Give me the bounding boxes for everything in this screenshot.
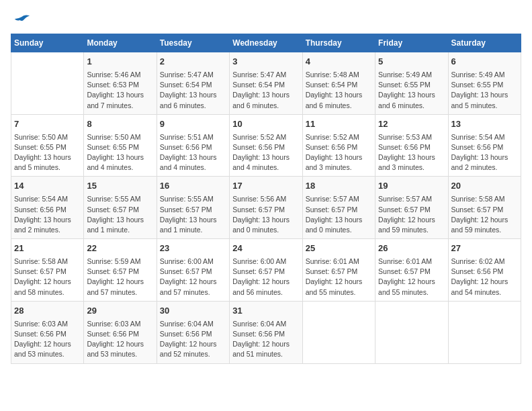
- day-number: 29: [87, 305, 153, 318]
- day-number: 17: [232, 180, 299, 193]
- calendar-cell: 12Sunrise: 5:53 AMSunset: 6:56 PMDayligh…: [375, 114, 448, 177]
- day-info: Sunrise: 5:52 AMSunset: 6:56 PMDaylight:…: [232, 132, 299, 173]
- day-info: Sunrise: 5:57 AMSunset: 6:57 PMDaylight:…: [378, 194, 445, 235]
- day-info: Sunrise: 5:54 AMSunset: 6:56 PMDaylight:…: [451, 132, 518, 173]
- weekday-header-sunday: Sunday: [11, 34, 84, 52]
- day-info: Sunrise: 6:03 AMSunset: 6:56 PMDaylight:…: [87, 319, 153, 360]
- day-number: 11: [306, 118, 372, 131]
- day-number: 1: [87, 56, 153, 68]
- day-info: Sunrise: 5:46 AMSunset: 6:53 PMDaylight:…: [87, 70, 153, 111]
- weekday-header-monday: Monday: [84, 34, 157, 52]
- day-info: Sunrise: 5:55 AMSunset: 6:57 PMDaylight:…: [160, 194, 226, 235]
- day-number: 14: [14, 180, 81, 193]
- calendar-cell: [375, 301, 448, 363]
- day-info: Sunrise: 6:02 AMSunset: 6:56 PMDaylight:…: [451, 257, 518, 298]
- day-info: Sunrise: 6:03 AMSunset: 6:56 PMDaylight:…: [14, 319, 81, 360]
- calendar-cell: 7Sunrise: 5:50 AMSunset: 6:55 PMDaylight…: [11, 114, 84, 177]
- day-number: 9: [160, 118, 226, 131]
- calendar-cell: 15Sunrise: 5:55 AMSunset: 6:57 PMDayligh…: [84, 177, 157, 239]
- day-info: Sunrise: 5:50 AMSunset: 6:55 PMDaylight:…: [87, 132, 153, 173]
- day-number: 19: [378, 180, 445, 193]
- day-number: 5: [378, 56, 445, 68]
- day-info: Sunrise: 6:04 AMSunset: 6:56 PMDaylight:…: [160, 319, 226, 360]
- calendar-cell: 13Sunrise: 5:54 AMSunset: 6:56 PMDayligh…: [448, 114, 521, 177]
- day-info: Sunrise: 5:55 AMSunset: 6:57 PMDaylight:…: [87, 194, 153, 235]
- calendar-cell: 8Sunrise: 5:50 AMSunset: 6:55 PMDaylight…: [84, 114, 157, 177]
- week-row-1: 1Sunrise: 5:46 AMSunset: 6:53 PMDaylight…: [11, 52, 521, 115]
- calendar-cell: 28Sunrise: 6:03 AMSunset: 6:56 PMDayligh…: [11, 301, 84, 363]
- day-info: Sunrise: 6:00 AMSunset: 6:57 PMDaylight:…: [160, 257, 226, 298]
- day-number: 7: [14, 118, 81, 131]
- calendar-cell: 30Sunrise: 6:04 AMSunset: 6:56 PMDayligh…: [157, 301, 229, 363]
- calendar-cell: 21Sunrise: 5:58 AMSunset: 6:57 PMDayligh…: [11, 239, 84, 302]
- day-info: Sunrise: 5:53 AMSunset: 6:56 PMDaylight:…: [378, 132, 445, 173]
- logo: [11, 11, 31, 27]
- calendar-cell: 23Sunrise: 6:00 AMSunset: 6:57 PMDayligh…: [157, 239, 229, 302]
- day-info: Sunrise: 5:49 AMSunset: 6:55 PMDaylight:…: [451, 70, 518, 111]
- weekday-header-wednesday: Wednesday: [230, 34, 302, 52]
- day-number: 25: [306, 242, 372, 255]
- calendar-cell: 31Sunrise: 6:04 AMSunset: 6:56 PMDayligh…: [230, 301, 302, 363]
- logo-bird-icon: [12, 11, 31, 30]
- day-number: 20: [451, 180, 518, 193]
- day-number: 28: [14, 305, 81, 318]
- day-number: 22: [87, 242, 153, 255]
- calendar-cell: [302, 301, 375, 363]
- day-info: Sunrise: 5:54 AMSunset: 6:56 PMDaylight:…: [14, 194, 81, 235]
- week-row-3: 14Sunrise: 5:54 AMSunset: 6:56 PMDayligh…: [11, 177, 521, 239]
- calendar-cell: 16Sunrise: 5:55 AMSunset: 6:57 PMDayligh…: [157, 177, 229, 239]
- day-info: Sunrise: 5:47 AMSunset: 6:54 PMDaylight:…: [232, 70, 299, 111]
- week-row-5: 28Sunrise: 6:03 AMSunset: 6:56 PMDayligh…: [11, 301, 521, 363]
- day-number: 24: [232, 242, 299, 255]
- day-info: Sunrise: 5:51 AMSunset: 6:56 PMDaylight:…: [160, 132, 226, 173]
- day-info: Sunrise: 6:04 AMSunset: 6:56 PMDaylight:…: [232, 319, 299, 360]
- calendar-cell: 5Sunrise: 5:49 AMSunset: 6:55 PMDaylight…: [375, 52, 448, 115]
- day-info: Sunrise: 5:47 AMSunset: 6:54 PMDaylight:…: [160, 70, 226, 111]
- day-number: 2: [160, 56, 226, 68]
- day-number: 30: [160, 305, 226, 318]
- weekday-header-row: SundayMondayTuesdayWednesdayThursdayFrid…: [11, 34, 521, 52]
- week-row-2: 7Sunrise: 5:50 AMSunset: 6:55 PMDaylight…: [11, 114, 521, 177]
- calendar-cell: 18Sunrise: 5:57 AMSunset: 6:57 PMDayligh…: [302, 177, 375, 239]
- day-info: Sunrise: 5:48 AMSunset: 6:54 PMDaylight:…: [306, 70, 372, 111]
- week-row-4: 21Sunrise: 5:58 AMSunset: 6:57 PMDayligh…: [11, 239, 521, 302]
- calendar-cell: 22Sunrise: 5:59 AMSunset: 6:57 PMDayligh…: [84, 239, 157, 302]
- day-number: 18: [306, 180, 372, 193]
- calendar-cell: 2Sunrise: 5:47 AMSunset: 6:54 PMDaylight…: [157, 52, 229, 115]
- day-info: Sunrise: 5:52 AMSunset: 6:56 PMDaylight:…: [306, 132, 372, 173]
- day-number: 31: [232, 305, 299, 318]
- day-info: Sunrise: 6:01 AMSunset: 6:57 PMDaylight:…: [378, 257, 445, 298]
- day-info: Sunrise: 6:01 AMSunset: 6:57 PMDaylight:…: [306, 257, 372, 298]
- day-info: Sunrise: 5:56 AMSunset: 6:57 PMDaylight:…: [232, 194, 299, 235]
- calendar-table: SundayMondayTuesdayWednesdayThursdayFrid…: [11, 34, 521, 364]
- calendar-cell: 4Sunrise: 5:48 AMSunset: 6:54 PMDaylight…: [302, 52, 375, 115]
- weekday-header-saturday: Saturday: [448, 34, 521, 52]
- day-info: Sunrise: 6:00 AMSunset: 6:57 PMDaylight:…: [232, 257, 299, 298]
- calendar-cell: 25Sunrise: 6:01 AMSunset: 6:57 PMDayligh…: [302, 239, 375, 302]
- day-number: 6: [451, 56, 518, 68]
- day-info: Sunrise: 5:58 AMSunset: 6:57 PMDaylight:…: [451, 194, 518, 235]
- day-number: 27: [451, 242, 518, 255]
- day-info: Sunrise: 5:50 AMSunset: 6:55 PMDaylight:…: [14, 132, 81, 173]
- weekday-header-friday: Friday: [375, 34, 448, 52]
- calendar-cell: 3Sunrise: 5:47 AMSunset: 6:54 PMDaylight…: [230, 52, 302, 115]
- calendar-cell: 20Sunrise: 5:58 AMSunset: 6:57 PMDayligh…: [448, 177, 521, 239]
- weekday-header-thursday: Thursday: [302, 34, 375, 52]
- calendar-cell: 14Sunrise: 5:54 AMSunset: 6:56 PMDayligh…: [11, 177, 84, 239]
- day-number: 26: [378, 242, 445, 255]
- calendar-cell: 19Sunrise: 5:57 AMSunset: 6:57 PMDayligh…: [375, 177, 448, 239]
- day-number: 21: [14, 242, 81, 255]
- calendar-cell: 9Sunrise: 5:51 AMSunset: 6:56 PMDaylight…: [157, 114, 229, 177]
- day-number: 4: [306, 56, 372, 68]
- day-number: 8: [87, 118, 153, 131]
- calendar-cell: 17Sunrise: 5:56 AMSunset: 6:57 PMDayligh…: [230, 177, 302, 239]
- calendar-cell: 27Sunrise: 6:02 AMSunset: 6:56 PMDayligh…: [448, 239, 521, 302]
- calendar-cell: 24Sunrise: 6:00 AMSunset: 6:57 PMDayligh…: [230, 239, 302, 302]
- calendar-cell: 11Sunrise: 5:52 AMSunset: 6:56 PMDayligh…: [302, 114, 375, 177]
- weekday-header-tuesday: Tuesday: [157, 34, 229, 52]
- day-info: Sunrise: 5:59 AMSunset: 6:57 PMDaylight:…: [87, 257, 153, 298]
- day-info: Sunrise: 5:57 AMSunset: 6:57 PMDaylight:…: [306, 194, 372, 235]
- day-number: 15: [87, 180, 153, 193]
- day-number: 13: [451, 118, 518, 131]
- day-number: 16: [160, 180, 226, 193]
